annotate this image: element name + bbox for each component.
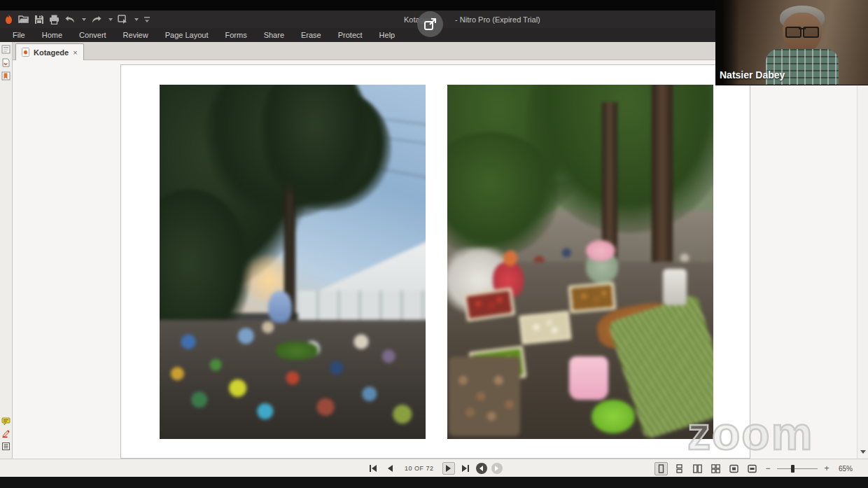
zoom-watermark: zoom (687, 410, 813, 456)
open-file-icon[interactable] (18, 15, 29, 24)
comments-panel-icon[interactable] (1, 417, 10, 426)
white-jug (663, 269, 687, 305)
zoom-slider-track (777, 468, 818, 469)
pdf-page (120, 64, 750, 459)
letterbox-bottom (0, 477, 868, 488)
attachments-panel-icon[interactable] (1, 442, 10, 451)
menu-file[interactable]: File (13, 31, 25, 39)
save-icon[interactable] (34, 15, 44, 25)
menu-forms[interactable]: Forms (225, 31, 246, 39)
photo-right-art (447, 85, 713, 439)
last-page-button[interactable] (459, 462, 472, 475)
view-forward-button[interactable] (491, 463, 503, 474)
window-title-app: - Nitro Pro (Expired Trial) (455, 15, 540, 24)
signatures-panel-icon[interactable] (1, 58, 10, 67)
menu-convert[interactable]: Convert (79, 31, 106, 39)
side-panel-bar (0, 42, 13, 459)
quicksign-dropdown-caret[interactable] (134, 18, 139, 21)
status-bar: 10 OF 72 (0, 459, 868, 477)
menu-help[interactable]: Help (379, 31, 396, 39)
participant-name-label: Natsier Dabey (720, 69, 785, 81)
zoom-in-button[interactable]: + (822, 463, 831, 473)
webcam-video-tile[interactable]: Natsier Dabey (715, 0, 868, 85)
zoom-slider-handle[interactable] (791, 465, 794, 473)
page-indicator[interactable]: 10 OF 72 (405, 465, 434, 472)
tab-close-icon[interactable]: × (73, 48, 77, 57)
scrollbar-down-arrow-icon[interactable] (859, 447, 867, 456)
next-page-button[interactable] (442, 462, 455, 475)
screen-share-indicator[interactable] (417, 11, 443, 37)
pdf-doc-icon (22, 48, 29, 57)
photo-left-art (160, 85, 426, 439)
person-glasses (785, 27, 819, 36)
page-navigation: 10 OF 72 (367, 459, 503, 477)
bookmarks-panel-icon[interactable] (1, 71, 10, 81)
undo-icon[interactable] (64, 15, 76, 24)
tab-kotagede[interactable]: Kotagede × (15, 43, 84, 60)
undo-dropdown-caret[interactable] (82, 18, 86, 21)
document-canvas[interactable]: zoom (13, 60, 857, 459)
view-mode-fit-page[interactable] (727, 462, 741, 475)
view-zoom-controls: − + 65% (654, 459, 853, 477)
redo-icon[interactable] (91, 15, 102, 24)
nitro-logo-icon (4, 14, 13, 25)
quick-access-toolbar (4, 11, 150, 28)
menu-share[interactable]: Share (264, 31, 284, 39)
zoom-slider[interactable] (777, 464, 818, 473)
quicksign-tool-icon[interactable] (118, 15, 128, 25)
view-back-button[interactable] (476, 463, 487, 474)
pink-goods (586, 240, 615, 261)
sign-stamp-panel-icon[interactable] (1, 429, 10, 438)
view-mode-fit-width[interactable] (746, 462, 759, 475)
zoom-out-button[interactable]: − (764, 463, 772, 473)
customize-toolbar-icon[interactable] (144, 16, 150, 23)
pages-panel-icon[interactable] (1, 45, 10, 54)
previous-page-button[interactable] (384, 462, 396, 475)
vertical-scrollbar[interactable] (857, 60, 868, 459)
menu-protect[interactable]: Protect (338, 31, 363, 39)
first-page-button[interactable] (367, 462, 379, 475)
screen: Kotagede - Nitro Pro (Expired Trial) Fil… (0, 0, 868, 488)
view-mode-single-page[interactable] (654, 462, 668, 475)
menu-erase[interactable]: Erase (301, 31, 321, 39)
menu-page-layout[interactable]: Page Layout (165, 31, 209, 39)
zoom-level[interactable]: 65% (839, 465, 853, 473)
menu-review[interactable]: Review (123, 31, 148, 39)
view-mode-quad-pages[interactable] (709, 462, 722, 475)
tab-label: Kotagede (34, 48, 69, 57)
view-mode-continuous[interactable] (673, 462, 686, 475)
menu-home[interactable]: Home (42, 31, 62, 39)
share-screen-icon (424, 18, 437, 31)
photo-market-dawn (160, 85, 426, 439)
redo-dropdown-caret[interactable] (108, 18, 113, 21)
photo-market-day (447, 85, 713, 439)
view-mode-facing-pages[interactable] (691, 462, 704, 475)
print-icon[interactable] (49, 15, 59, 25)
